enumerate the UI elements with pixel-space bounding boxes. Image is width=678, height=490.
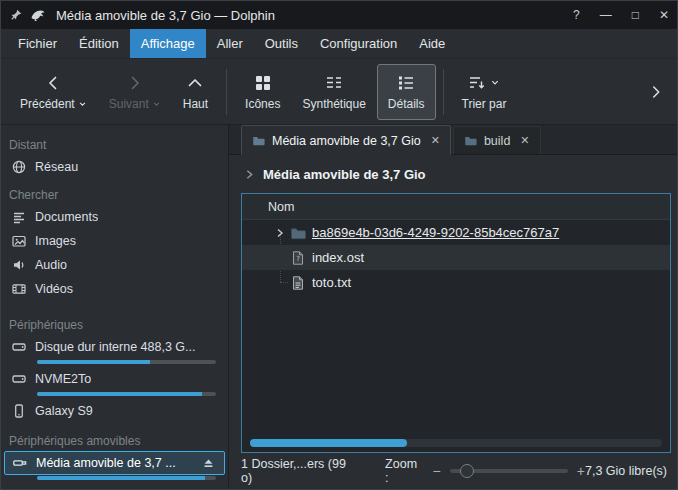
sort-label: Trier par xyxy=(462,97,507,111)
section-header-peripheriques-amovibles: Périphériques amovibles xyxy=(1,431,228,451)
sidebar-item-galaxy-s9[interactable]: Galaxy S9 xyxy=(1,399,228,423)
zoom-in-button[interactable]: + xyxy=(577,464,585,478)
images-icon xyxy=(11,233,27,249)
column-header-row: Nom xyxy=(242,194,670,220)
close-button[interactable]: ✕ xyxy=(659,9,669,21)
file-row-folder[interactable]: ba869e4b-03d6-4249-9202-85b4cec767a7 xyxy=(242,220,670,245)
caret-down-icon xyxy=(78,100,87,108)
dolphin-window: Média amovible de 3,7 Gio — Dolphin ? — … xyxy=(0,0,678,490)
section-header-chercher: Chercher xyxy=(1,185,228,205)
menu-item-aller[interactable]: Aller xyxy=(206,29,254,58)
tab-build[interactable]: build ✕ xyxy=(453,126,541,154)
tab-folder-icon xyxy=(464,134,477,147)
file-name: toto.txt xyxy=(312,275,351,290)
sidebar-item-label: Vidéos xyxy=(35,282,73,296)
breadcrumb: Média amovible de 3,7 Gio xyxy=(229,155,677,193)
menu-item-fichier[interactable]: Fichier xyxy=(7,29,68,58)
harddisk-icon xyxy=(11,339,27,355)
toolbar-overflow-button[interactable] xyxy=(643,79,669,105)
sidebar-item-disque-dur-interne[interactable]: Disque dur interne 488,3 G... xyxy=(1,335,228,359)
svg-text:?: ? xyxy=(296,255,300,263)
documents-icon xyxy=(11,209,27,225)
chevron-left-icon xyxy=(43,73,63,93)
phone-icon xyxy=(11,403,27,419)
window-controls: ? — □ ✕ xyxy=(573,9,669,21)
grid-icon xyxy=(253,73,273,93)
audio-icon xyxy=(11,257,27,273)
breadcrumb-path[interactable]: Média amovible de 3,7 Gio xyxy=(263,167,426,182)
toolbar-separator xyxy=(226,69,227,115)
section-header-distant: Distant xyxy=(1,135,228,155)
up-button[interactable]: Haut xyxy=(172,64,219,120)
zoom-control: Zoom : − + xyxy=(385,457,585,485)
zoom-slider[interactable] xyxy=(450,469,568,473)
free-space-label: 7,3 Gio libre(s) xyxy=(585,464,667,478)
tab-folder-icon xyxy=(252,134,265,147)
breadcrumb-chevron-icon[interactable] xyxy=(243,168,256,181)
sort-by-button[interactable]: Trier par xyxy=(451,64,518,120)
sidebar-item-reseau[interactable]: Réseau xyxy=(1,155,228,179)
disk-usage-bar xyxy=(37,392,216,396)
menu-item-configuration[interactable]: Configuration xyxy=(309,29,408,58)
eject-button[interactable] xyxy=(201,456,216,471)
chevron-up-icon xyxy=(185,73,205,93)
minimize-button[interactable]: — xyxy=(600,9,612,21)
status-summary: 1 Dossier,...ers (99 o) xyxy=(241,457,359,485)
zoom-slider-handle[interactable] xyxy=(460,464,474,478)
sort-icon xyxy=(467,73,487,93)
compact-view-button[interactable]: Synthétique xyxy=(291,64,376,120)
harddisk-icon xyxy=(11,371,27,387)
pin-icon[interactable] xyxy=(9,8,23,22)
horizontal-scrollbar[interactable] xyxy=(250,439,662,447)
file-name: index.ost xyxy=(312,250,364,265)
section-header-peripheriques: Périphériques xyxy=(1,315,228,335)
sidebar-item-media-amovible[interactable]: Média amovible de 3,7 ... xyxy=(4,451,225,475)
file-row-toto-txt[interactable]: toto.txt xyxy=(242,270,670,295)
tab-label: build xyxy=(484,134,510,148)
toolbar-separator xyxy=(443,69,444,115)
sidebar-item-label: Audio xyxy=(35,258,67,272)
toolbar: Précédent Suivant Haut Icônes xyxy=(1,59,677,125)
menu-item-edition[interactable]: Édition xyxy=(68,29,130,58)
window-title: Média amovible de 3,7 Gio — Dolphin xyxy=(56,8,275,23)
file-list: ba869e4b-03d6-4249-9202-85b4cec767a7 ? i… xyxy=(242,220,670,452)
sidebar-item-videos[interactable]: Vidéos xyxy=(1,277,228,301)
chevron-right-icon xyxy=(125,73,145,93)
menu-item-aide[interactable]: Aide xyxy=(408,29,456,58)
zoom-out-button[interactable]: − xyxy=(432,464,440,478)
details-label: Détails xyxy=(388,97,425,111)
scrollbar-thumb[interactable] xyxy=(250,439,407,447)
sidebar-item-images[interactable]: Images xyxy=(1,229,228,253)
icons-view-button[interactable]: Icônes xyxy=(234,64,291,120)
sidebar-item-audio[interactable]: Audio xyxy=(1,253,228,277)
menu-item-affichage[interactable]: Affichage xyxy=(130,29,206,58)
forward-label: Suivant xyxy=(109,97,149,111)
maximize-button[interactable]: □ xyxy=(632,9,639,21)
usb-icon xyxy=(12,455,28,471)
column-header-nom[interactable]: Nom xyxy=(242,200,294,214)
file-row-index-ost[interactable]: ? index.ost xyxy=(242,245,670,270)
sidebar-item-nvme2to[interactable]: NVME2To xyxy=(1,367,228,391)
file-unknown-icon: ? xyxy=(288,250,308,266)
back-label: Précédent xyxy=(20,97,75,111)
back-button[interactable]: Précédent xyxy=(9,64,98,120)
tab-bar: Média amovible de 3,7 Gio ✕ build ✕ xyxy=(229,125,677,155)
tab-label: Média amovible de 3,7 Gio xyxy=(272,134,421,148)
sidebar-item-label: Média amovible de 3,7 ... xyxy=(36,456,176,470)
sidebar-item-documents[interactable]: Documents xyxy=(1,205,228,229)
dolphin-app-icon xyxy=(30,7,46,23)
tab-close-button[interactable]: ✕ xyxy=(520,135,529,146)
forward-button[interactable]: Suivant xyxy=(98,64,172,120)
tab-media-amovible[interactable]: Média amovible de 3,7 Gio ✕ xyxy=(241,125,451,155)
details-view-button[interactable]: Détails xyxy=(377,64,436,120)
sidebar-item-label: NVME2To xyxy=(35,372,91,386)
sidebar-item-label: Réseau xyxy=(35,160,78,174)
expand-arrow-icon[interactable] xyxy=(272,227,288,239)
icons-label: Icônes xyxy=(245,97,280,111)
disk-usage-bar xyxy=(37,360,216,364)
statusbar: 1 Dossier,...ers (99 o) Zoom : − + 7,3 G… xyxy=(229,453,677,489)
menu-item-outils[interactable]: Outils xyxy=(254,29,309,58)
tab-close-button[interactable]: ✕ xyxy=(431,135,440,146)
help-button[interactable]: ? xyxy=(573,9,580,21)
menubar: Fichier Édition Affichage Aller Outils C… xyxy=(1,29,677,59)
